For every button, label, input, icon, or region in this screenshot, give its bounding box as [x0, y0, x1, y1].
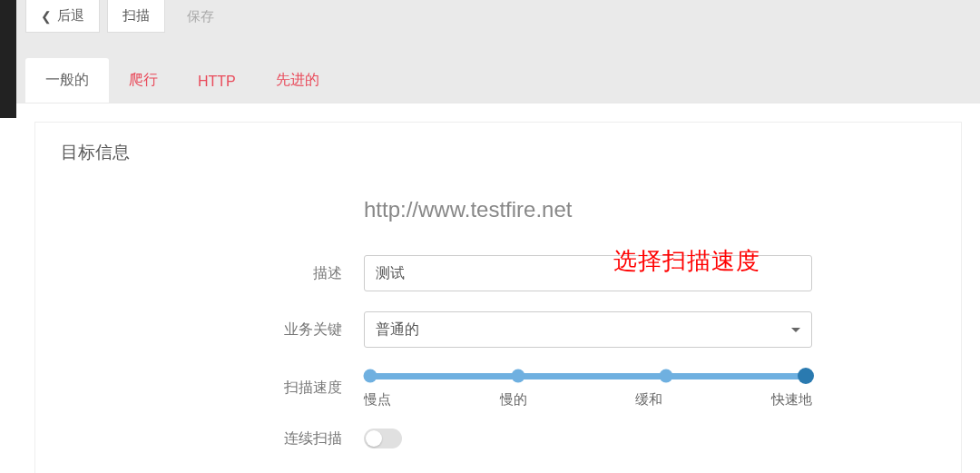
slider-label-slow: 慢的 [500, 391, 527, 409]
annotation-scan-speed: 选择扫描速度 [613, 245, 760, 277]
card-title: 目标信息 [61, 141, 936, 164]
scan-speed-label: 扫描速度 [224, 379, 342, 398]
slider-labels: 慢点 慢的 缓和 快速地 [364, 391, 812, 409]
slider-track [364, 368, 812, 384]
caret-down-icon [791, 328, 800, 332]
form: http://www.testfire.net 描述 业务关键 普通的 扫描速度 [224, 197, 881, 448]
left-sidebar-stub [0, 0, 16, 118]
save-button[interactable]: 保存 [172, 0, 229, 33]
scan-button[interactable]: 扫描 [107, 0, 165, 33]
toolbar: ❮ 后退 扫描 保存 [16, 0, 980, 38]
description-label: 描述 [224, 264, 342, 283]
slider-tick-slowest[interactable] [364, 370, 377, 383]
content-area: 目标信息 http://www.testfire.net 描述 业务关键 普通的… [16, 103, 980, 473]
chevron-left-icon: ❮ [41, 9, 52, 24]
slider-label-slowest: 慢点 [364, 391, 391, 409]
target-info-card: 目标信息 http://www.testfire.net 描述 业务关键 普通的… [34, 122, 962, 473]
description-row: 描述 [224, 255, 881, 291]
criticality-label: 业务关键 [224, 320, 342, 340]
criticality-row: 业务关键 普通的 [224, 311, 881, 348]
continuous-scan-label: 连续扫描 [224, 429, 342, 448]
tab-bar: 一般的 爬行 HTTP 先进的 [16, 38, 980, 103]
slider-label-moderate: 缓和 [635, 391, 662, 409]
scan-button-label: 扫描 [122, 7, 150, 25]
continuous-scan-toggle[interactable] [364, 429, 402, 448]
slider-track-line [370, 373, 806, 379]
slider-tick-slow[interactable] [512, 370, 525, 383]
tab-http[interactable]: HTTP [178, 61, 256, 103]
scan-speed-row: 扫描速度 慢点 慢的 缓和 快速地 [224, 368, 881, 409]
criticality-select[interactable]: 普通的 [364, 311, 812, 348]
save-button-label: 保存 [187, 8, 214, 25]
slider-thumb[interactable] [798, 368, 814, 384]
back-button[interactable]: ❮ 后退 [25, 0, 100, 33]
tab-advanced[interactable]: 先进的 [256, 58, 339, 103]
tab-crawl[interactable]: 爬行 [109, 58, 178, 103]
tab-general[interactable]: 一般的 [25, 58, 109, 103]
slider-label-fast: 快速地 [771, 391, 812, 409]
scan-speed-slider[interactable]: 慢点 慢的 缓和 快速地 [364, 368, 812, 409]
target-url-row: http://www.testfire.net [224, 197, 881, 222]
back-button-label: 后退 [57, 7, 84, 25]
continuous-scan-row: 连续扫描 [224, 429, 881, 448]
toggle-knob [366, 430, 382, 447]
criticality-value: 普通的 [376, 320, 419, 340]
target-url: http://www.testfire.net [364, 197, 572, 222]
slider-tick-moderate[interactable] [660, 370, 673, 383]
